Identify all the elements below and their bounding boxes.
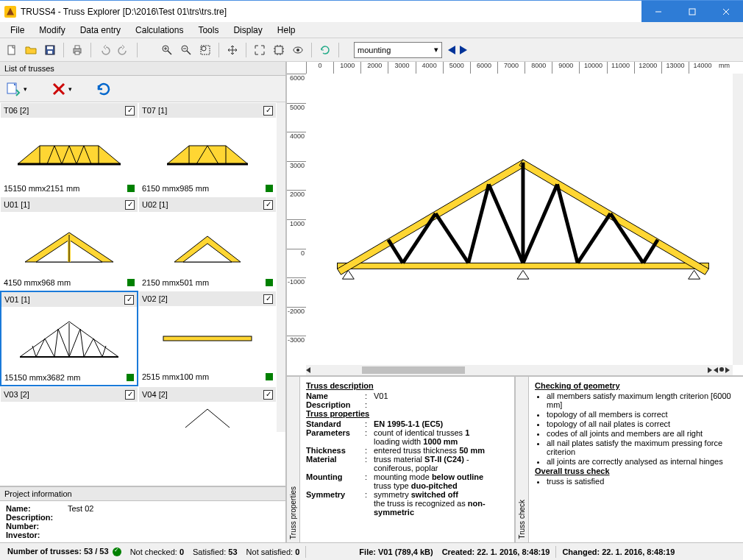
prev-button[interactable] — [448, 46, 455, 54]
view-mode-value: mounting — [358, 46, 391, 54]
save-icon[interactable] — [41, 41, 59, 59]
svg-line-71 — [523, 184, 558, 263]
new-icon[interactable] — [3, 41, 21, 59]
open-icon[interactable] — [22, 41, 40, 59]
svg-rect-9 — [75, 46, 79, 49]
overall-check-item: truss is satisfied — [547, 477, 737, 486]
workspace: List of trusses ▾ ▾ T06 [2]15150 mmx2151… — [0, 62, 743, 542]
truss-cell-name: V02 [2] — [142, 294, 263, 303]
next-button[interactable] — [460, 46, 467, 54]
svg-line-16 — [187, 51, 191, 54]
zoom-in-icon[interactable] — [158, 41, 176, 59]
check-list: all members satisfy maximum length crite… — [547, 391, 737, 466]
project-number-label: Number — [6, 522, 65, 531]
menu-modify[interactable]: Modify — [32, 24, 72, 37]
truss-canvas[interactable] — [306, 74, 733, 365]
project-investor-label: Investor — [6, 531, 65, 539]
check-item: all joints are correctly analysed as int… — [547, 457, 737, 466]
truss-cell[interactable]: T06 [2]15150 mmx2151 mm — [0, 102, 138, 196]
scroll-dot-icon[interactable] — [719, 367, 724, 372]
refresh-truss-button[interactable] — [96, 81, 112, 97]
ruler-horizontal: 0100020003000400050006000700080009000100… — [306, 62, 733, 74]
canvas-area[interactable]: 0100020003000400050006000700080009000100… — [287, 62, 743, 377]
menu-file[interactable]: File — [3, 24, 32, 37]
menu-help[interactable]: Help — [270, 24, 303, 37]
view-mode-combo[interactable]: mounting ▾ — [354, 42, 442, 58]
scrollbar-horizontal[interactable] — [306, 365, 733, 375]
refresh-icon[interactable] — [316, 41, 334, 59]
truss-check-tab[interactable]: Truss check — [516, 377, 529, 542]
truss-checkbox[interactable] — [263, 294, 273, 304]
fit-icon[interactable] — [251, 41, 269, 59]
project-name-value: Test 02 — [68, 504, 93, 513]
scroll-group-right-icon[interactable] — [725, 367, 730, 373]
menu-data-entry[interactable]: Data entry — [73, 24, 128, 37]
delete-truss-button[interactable]: ▾ — [51, 81, 72, 97]
truss-grid[interactable]: T06 [2]15150 mmx2151 mmT07 [1]6150 mmx98… — [0, 102, 285, 486]
add-truss-button[interactable]: ▾ — [6, 81, 27, 97]
truss-checkbox[interactable] — [125, 106, 135, 116]
redo-icon[interactable] — [115, 41, 132, 59]
truss-cell-name: T06 [2] — [4, 106, 125, 115]
truss-checkbox[interactable] — [125, 200, 135, 210]
svg-line-56 — [69, 329, 80, 357]
pan-icon[interactable] — [224, 41, 241, 59]
svg-rect-10 — [75, 52, 79, 54]
print-icon[interactable] — [68, 41, 86, 59]
status-changed: Changed: 22. 1. 2016, 8:48:19 — [562, 547, 675, 556]
truss-cell[interactable]: V02 [2]2515 mmx100 mm — [138, 291, 277, 386]
truss-checkbox[interactable] — [125, 390, 135, 400]
scroll-left-icon[interactable] — [306, 367, 310, 373]
truss-checkbox[interactable] — [263, 106, 273, 116]
truss-cell[interactable]: V04 [2] — [138, 386, 277, 432]
chevron-down-icon: ▾ — [434, 45, 438, 54]
truss-properties-tab[interactable]: Truss properties — [287, 377, 300, 542]
close-button[interactable] — [709, 1, 743, 23]
svg-line-65 — [388, 240, 403, 263]
svg-line-75 — [643, 240, 658, 263]
svg-rect-4 — [8, 46, 15, 54]
truss-dim: 2150 mmx501 mm — [142, 278, 266, 287]
zoom-out-icon[interactable] — [177, 41, 195, 59]
check-item: all members satisfy maximum length crite… — [547, 391, 737, 409]
svg-line-58 — [84, 339, 93, 357]
zoom-rect-icon[interactable] — [196, 41, 214, 59]
truss-checkbox[interactable] — [263, 390, 273, 400]
svg-line-57 — [80, 329, 84, 357]
truss-cell[interactable]: U01 [1]4150 mmx968 mm — [0, 196, 138, 291]
status-icon — [127, 279, 135, 286]
menu-tools[interactable]: Tools — [191, 24, 226, 37]
window-title: TRUSS4 - Truss Explorer [D:\2016\Test 01… — [21, 7, 641, 17]
truss-thumbnail — [139, 212, 276, 275]
project-info-header: Project information — [0, 487, 285, 501]
truss-thumbnail — [1, 307, 137, 370]
truss-cell-name: U01 [1] — [4, 200, 125, 209]
minimize-button[interactable] — [641, 1, 675, 23]
truss-cell[interactable]: V01 [1]15150 mmx3682 mm — [0, 291, 138, 386]
svg-line-69 — [488, 184, 523, 263]
view-icon[interactable] — [289, 41, 307, 59]
svg-rect-7 — [48, 51, 52, 54]
menu-calculations[interactable]: Calculations — [128, 24, 191, 37]
truss-thumbnail — [139, 306, 276, 369]
undo-icon[interactable] — [96, 41, 113, 59]
svg-rect-62 — [338, 263, 709, 269]
truss-checkbox[interactable] — [263, 200, 273, 210]
scroll-thumb[interactable] — [362, 366, 465, 374]
truss-cell[interactable]: T07 [1]6150 mmx985 mm — [138, 102, 277, 196]
fit-selection-icon[interactable] — [270, 41, 288, 59]
scroll-group-left-icon[interactable] — [714, 367, 718, 373]
truss-cell-name: V04 [2] — [142, 390, 263, 399]
scrollbar[interactable] — [277, 102, 285, 432]
truss-cell[interactable]: V03 [2] — [0, 386, 138, 432]
truss-cell[interactable]: U02 [1]2150 mmx501 mm — [138, 196, 277, 291]
chevron-down-icon: ▾ — [68, 85, 72, 93]
truss-list-toolbar: ▾ ▾ — [0, 76, 285, 102]
menu-display[interactable]: Display — [226, 24, 269, 37]
truss-checkbox[interactable] — [124, 295, 134, 305]
check-geom-header: Checking of geometry — [535, 381, 737, 390]
scroll-right-icon[interactable] — [708, 367, 712, 373]
truss-dim: 4150 mmx968 mm — [4, 278, 127, 287]
maximize-button[interactable] — [675, 1, 709, 23]
scrollbar-vertical[interactable] — [733, 74, 743, 365]
